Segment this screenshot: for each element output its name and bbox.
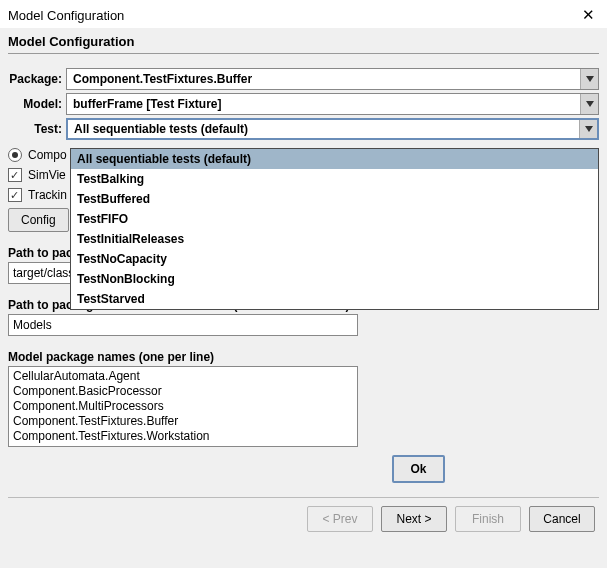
pkg-names-label: Model package names (one per line) [8, 350, 599, 364]
pkg-name-line: Component.MultiProcessors [13, 399, 353, 414]
section-title: Model Configuration [8, 32, 599, 54]
row-model: Model: bufferFrame [Test Fixture] [8, 93, 599, 115]
radio-icon[interactable] [8, 148, 22, 162]
path-sources-input[interactable] [8, 314, 358, 336]
test-value: All sequentiable tests (default) [68, 119, 579, 139]
close-icon[interactable]: ✕ [578, 6, 599, 24]
pkg-name-line: Component.TestFixtures.Workstation [13, 429, 353, 444]
chevron-down-icon[interactable] [580, 94, 598, 114]
chevron-down-icon[interactable] [579, 120, 597, 138]
test-combo[interactable]: All sequentiable tests (default) [66, 118, 599, 140]
cancel-button[interactable]: Cancel [529, 506, 595, 532]
package-label: Package: [8, 72, 66, 86]
package-value: Component.TestFixtures.Buffer [67, 69, 580, 89]
window-title: Model Configuration [8, 8, 124, 23]
checkbox-icon[interactable] [8, 168, 22, 182]
wizard-buttons: < Prev Next > Finish Cancel [8, 506, 599, 540]
check-simview-label: SimVie [28, 168, 66, 182]
pkg-name-line: Component.TestFixtures.Buffer [13, 414, 353, 429]
test-option[interactable]: TestFIFO [71, 209, 598, 229]
separator [8, 497, 599, 498]
test-option[interactable]: TestInitialReleases [71, 229, 598, 249]
pkg-names-section: Model package names (one per line) Cellu… [8, 350, 599, 447]
pkg-name-line: CellularAutomata.Agent [13, 369, 353, 384]
checkbox-icon[interactable] [8, 188, 22, 202]
prev-button: < Prev [307, 506, 373, 532]
finish-button: Finish [455, 506, 521, 532]
pkg-names-input[interactable]: CellularAutomata.AgentComponent.BasicPro… [8, 366, 358, 447]
test-option[interactable]: TestBuffered [71, 189, 598, 209]
model-label: Model: [8, 97, 66, 111]
config-button[interactable]: Config [8, 208, 69, 232]
titlebar: Model Configuration ✕ [0, 0, 607, 28]
dialog-content: Model Configuration Package: Component.T… [0, 28, 607, 548]
test-option[interactable]: TestNonBlocking [71, 269, 598, 289]
test-option[interactable]: All sequentiable tests (default) [71, 149, 598, 169]
dropdown-anchor: Compo SimVie Trackin Config All sequenti… [8, 148, 599, 232]
row-package: Package: Component.TestFixtures.Buffer [8, 68, 599, 90]
test-dropdown[interactable]: All sequentiable tests (default)TestBalk… [70, 148, 599, 310]
test-option[interactable]: TestBalking [71, 169, 598, 189]
test-option[interactable]: TestStarved [71, 289, 598, 309]
radio-compo-label: Compo [28, 148, 67, 162]
next-button[interactable]: Next > [381, 506, 447, 532]
test-option[interactable]: TestNoCapacity [71, 249, 598, 269]
test-label: Test: [8, 122, 66, 136]
check-tracking-label: Trackin [28, 188, 67, 202]
model-combo[interactable]: bufferFrame [Test Fixture] [66, 93, 599, 115]
pkg-name-line: Component.BasicProcessor [13, 384, 353, 399]
ok-button[interactable]: Ok [392, 455, 444, 483]
row-test: Test: All sequentiable tests (default) [8, 118, 599, 140]
chevron-down-icon[interactable] [580, 69, 598, 89]
model-value: bufferFrame [Test Fixture] [67, 94, 580, 114]
package-combo[interactable]: Component.TestFixtures.Buffer [66, 68, 599, 90]
ok-row: Ok [238, 455, 599, 483]
